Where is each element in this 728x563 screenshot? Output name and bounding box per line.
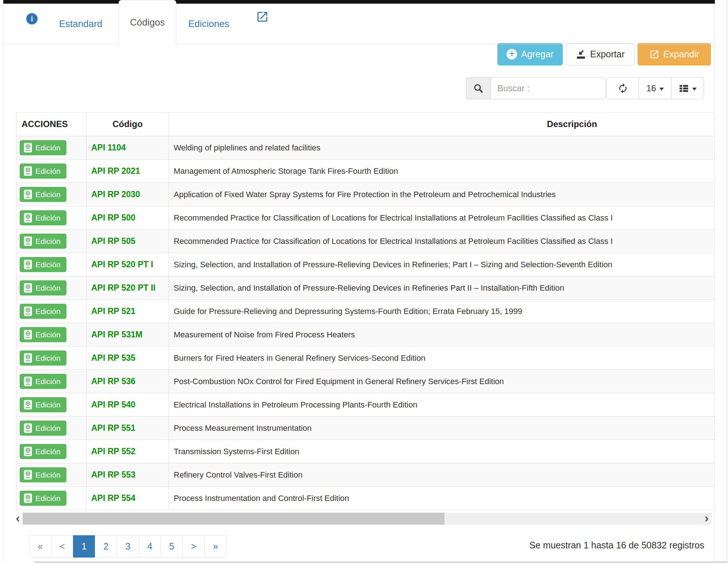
expand-external-icon bbox=[649, 49, 659, 60]
edicion-label: Edición bbox=[35, 330, 61, 339]
passport-icon bbox=[24, 236, 32, 246]
code-cell: API RP 540 bbox=[86, 393, 169, 417]
edicion-button[interactable]: Edición bbox=[20, 140, 66, 155]
search-icon[interactable] bbox=[466, 77, 490, 99]
column-header-acciones: ACCIONES bbox=[16, 112, 86, 136]
pagination-item-4[interactable]: 4 bbox=[139, 535, 161, 558]
description-cell: Management of Atmospheric Storage Tank F… bbox=[169, 160, 715, 183]
search-group bbox=[466, 77, 606, 99]
pagination-item-3[interactable]: 3 bbox=[117, 535, 139, 558]
expandir-button[interactable]: Expandir bbox=[638, 43, 711, 65]
actions-cell: Edición bbox=[16, 183, 86, 206]
pagination-item-2[interactable]: 2 bbox=[95, 535, 117, 558]
edicion-button[interactable]: Edición bbox=[20, 210, 66, 225]
table-row: Edición API RP 553 Refinery Control Valv… bbox=[16, 463, 715, 487]
code-cell: API RP 500 bbox=[86, 206, 169, 230]
description-cell: Sizing, Selection, and Installation of P… bbox=[169, 253, 715, 276]
actions-cell: Edición bbox=[16, 206, 86, 230]
scrollbar-thumb[interactable] bbox=[23, 513, 444, 525]
code-cell: API RP 536 bbox=[86, 370, 169, 393]
description-cell: Process Measurement Instrumentation bbox=[169, 417, 715, 440]
edicion-button[interactable]: Edición bbox=[20, 351, 66, 365]
passport-icon bbox=[24, 447, 32, 456]
description-cell: Post-Combustion NOx Control for Fired Eq… bbox=[169, 370, 715, 393]
description-cell: Recommended Practice for Classification … bbox=[169, 206, 715, 230]
actions-cell: Edición bbox=[16, 323, 86, 346]
pagination-item-»[interactable]: » bbox=[204, 535, 227, 558]
edicion-button[interactable]: Edición bbox=[20, 327, 66, 342]
pagination-item-1[interactable]: 1 bbox=[73, 535, 95, 558]
export-icon bbox=[576, 49, 586, 60]
table-row: Edición API RP 535 Burners for Fired Hea… bbox=[16, 346, 715, 370]
edicion-button[interactable]: Edición bbox=[20, 187, 66, 202]
table-row: Edición API RP 505 Recommended Practice … bbox=[16, 230, 715, 253]
edicion-button[interactable]: Edición bbox=[20, 467, 66, 482]
table-row: Edición API RP 531M Measurement of Noise… bbox=[16, 323, 715, 346]
description-cell: Sizing, Selection, and Installation of P… bbox=[169, 276, 715, 300]
passport-icon bbox=[24, 423, 32, 433]
exportar-label: Exportar bbox=[590, 49, 624, 60]
code-cell: API RP 553 bbox=[86, 463, 169, 487]
code-cell: API RP 521 bbox=[86, 300, 169, 323]
passport-icon bbox=[24, 143, 32, 153]
edicion-label: Edición bbox=[35, 354, 61, 363]
edicion-button[interactable]: Edición bbox=[20, 374, 66, 389]
exportar-button[interactable]: Exportar bbox=[566, 43, 635, 65]
external-link-icon[interactable] bbox=[256, 10, 269, 23]
list-columns-icon bbox=[679, 83, 689, 93]
passport-icon bbox=[24, 330, 32, 340]
codes-table: ACCIONES Código Descripción Edición bbox=[16, 112, 714, 510]
code-cell: API 1104 bbox=[86, 136, 169, 160]
edicion-button[interactable]: Edición bbox=[20, 491, 66, 506]
actions-cell: Edición bbox=[16, 393, 86, 417]
actions-cell: Edición bbox=[16, 300, 86, 323]
passport-icon bbox=[24, 260, 32, 269]
browser-horizontal-scrollbar[interactable] bbox=[35, 562, 727, 563]
scroll-right-icon[interactable]: › bbox=[705, 512, 709, 524]
panel-left-border bbox=[3, 3, 3, 562]
table-horizontal-scrollbar[interactable]: ‹ › bbox=[13, 513, 712, 525]
edicion-label: Edición bbox=[35, 237, 61, 246]
edicion-button[interactable]: Edición bbox=[20, 421, 66, 436]
actions-cell: Edición bbox=[16, 253, 86, 276]
description-cell: Refinery Control Valves-First Edition bbox=[169, 463, 715, 487]
edicion-button[interactable]: Edición bbox=[20, 234, 66, 249]
passport-icon bbox=[24, 166, 32, 176]
table-row: Edición API 1104 Welding of piplelines a… bbox=[16, 136, 715, 160]
refresh-icon bbox=[617, 83, 628, 94]
actions-cell: Edición bbox=[16, 160, 86, 183]
columns-dropdown[interactable] bbox=[671, 77, 704, 99]
edicion-button[interactable]: Edición bbox=[20, 257, 66, 272]
edicion-button[interactable]: Edición bbox=[20, 444, 66, 459]
table-row: Edición API RP 540 Electrical Installati… bbox=[16, 393, 715, 417]
actions-cell: Edición bbox=[16, 230, 86, 253]
pagination-item-5[interactable]: 5 bbox=[161, 535, 183, 558]
agregar-button[interactable]: + Agregar bbox=[497, 43, 563, 65]
edicion-button[interactable]: Edición bbox=[20, 280, 66, 295]
page-size-dropdown[interactable]: 16 bbox=[639, 77, 671, 99]
refresh-button[interactable] bbox=[606, 77, 639, 99]
passport-icon bbox=[24, 376, 32, 386]
scroll-left-icon[interactable]: ‹ bbox=[13, 512, 23, 524]
table-row: Edición API RP 500 Recommended Practice … bbox=[16, 206, 715, 230]
info-icon[interactable]: i bbox=[26, 13, 38, 24]
edicion-label: Edición bbox=[35, 471, 61, 479]
edicion-button[interactable]: Edición bbox=[20, 304, 66, 319]
actions-cell: Edición bbox=[16, 417, 86, 440]
pagination-item-<[interactable]: < bbox=[51, 535, 73, 558]
edicion-button[interactable]: Edición bbox=[20, 397, 66, 412]
table-row: Edición API RP 554 Process Instrumentati… bbox=[16, 487, 715, 510]
tab-ediciones[interactable]: Ediciones bbox=[178, 4, 240, 44]
actions-cell: Edición bbox=[16, 276, 86, 300]
code-cell: API RP 554 bbox=[86, 487, 169, 510]
pagination-item-«[interactable]: « bbox=[29, 535, 51, 558]
pagination-item->[interactable]: > bbox=[182, 535, 205, 558]
search-input[interactable] bbox=[490, 77, 606, 99]
edicion-button[interactable]: Edición bbox=[20, 164, 66, 179]
table-row: Edición API RP 520 PT II Sizing, Selecti… bbox=[16, 276, 715, 300]
browser-vertical-scrollbar[interactable] bbox=[727, 0, 727, 563]
tab-codigos[interactable]: Códigos bbox=[119, 0, 176, 45]
code-cell: API RP 2021 bbox=[86, 160, 169, 183]
code-cell: API RP 2030 bbox=[86, 183, 169, 206]
tab-estandard[interactable]: Estandard bbox=[44, 4, 117, 44]
